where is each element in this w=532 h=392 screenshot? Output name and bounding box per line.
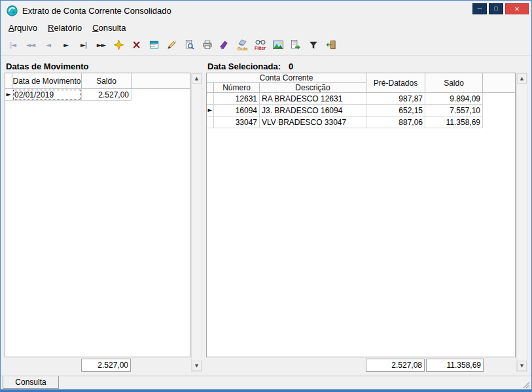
cell-saldo[interactable]: 7.557,10 — [425, 105, 483, 116]
cell-filler — [132, 89, 190, 101]
cell-numero[interactable]: 12631 — [214, 93, 260, 105]
cell-numero[interactable]: 33047 — [214, 116, 260, 128]
execute-search-button[interactable] — [163, 35, 181, 55]
printer-icon — [202, 40, 213, 50]
pen-icon — [167, 40, 177, 50]
cell-saldo[interactable]: 9.894,09 — [425, 93, 483, 105]
toolbar: |◄ ◄◄ ◄ ► ►| ►► × Guia — [1, 35, 531, 56]
purple-brush-icon — [220, 40, 230, 50]
insert-record-icon — [114, 40, 124, 50]
scroll-up-button[interactable]: ▲ — [192, 73, 202, 84]
column-header-descricao[interactable]: Descrição — [260, 83, 366, 93]
column-header-filler — [483, 73, 515, 93]
next-page-button[interactable]: ►► — [92, 35, 110, 55]
main-area: Datas de Movimento Data de Movimento Sal… — [1, 56, 531, 376]
cell-numero[interactable]: 16094 — [214, 105, 260, 116]
status-bar: Consulta — [1, 376, 531, 389]
preview-magnifier-icon — [185, 40, 194, 50]
footer-total-saldo: 11.358,69 — [426, 359, 484, 372]
export-button[interactable] — [287, 35, 304, 55]
clear-button[interactable] — [216, 35, 234, 55]
cell-data-movimento[interactable]: 02/01/2019 — [12, 89, 82, 101]
edit-record-button[interactable] — [145, 35, 163, 55]
table-row[interactable]: ► 02/01/2019 2.527,00 — [5, 89, 190, 101]
right-vertical-scrollbar[interactable]: ▲ ▼ — [516, 73, 527, 372]
insert-record-button[interactable] — [110, 35, 128, 55]
table-row[interactable]: 12631 RA BRADESCO 12631 987,87 9.894,09 — [207, 93, 515, 105]
cell-pre-datados[interactable]: 887,06 — [366, 116, 425, 128]
maximize-button[interactable]: □ — [489, 3, 503, 14]
footer-total-pre-datados: 2.527,08 — [366, 359, 425, 372]
cell-descricao[interactable]: RA BRADESCO 12631 — [260, 93, 366, 105]
cell-saldo[interactable]: 2.527,00 — [82, 89, 132, 101]
tab-consulta[interactable]: Consulta — [3, 376, 59, 389]
minimize-button[interactable]: ─ — [472, 3, 487, 14]
grid-empty-area — [207, 128, 515, 357]
edit-record-icon — [149, 40, 159, 50]
scroll-down-button[interactable]: ▼ — [517, 361, 527, 371]
left-vertical-scrollbar[interactable]: ▲ ▼ — [191, 73, 202, 372]
right-panel: Data Selecionada: 0 Conta Corrente Númer… — [206, 60, 527, 372]
prior-record-button[interactable]: ◄ — [39, 35, 57, 55]
column-header-saldo[interactable]: Saldo — [425, 73, 483, 93]
export-doc-icon — [291, 40, 300, 50]
window-controls: ─ □ × — [472, 3, 529, 14]
picture-icon — [273, 41, 283, 49]
cell-descricao[interactable]: VLV BRADESCO 33047 — [260, 116, 366, 128]
menu-arquivo[interactable]: Arquivo — [3, 22, 43, 34]
row-indicator-cell — [207, 93, 214, 105]
column-header-numero[interactable]: Número — [214, 83, 260, 93]
filter-glasses-button[interactable]: Filter — [251, 35, 269, 55]
cell-saldo[interactable]: 11.358,69 — [425, 116, 483, 128]
close-button[interactable]: × — [505, 3, 529, 14]
menu-relatorio-rest: elatório — [54, 23, 82, 33]
scroll-up-button[interactable]: ▲ — [517, 73, 527, 84]
last-record-button[interactable]: ►| — [75, 35, 92, 55]
picture-button[interactable] — [269, 35, 287, 55]
scroll-down-button[interactable]: ▼ — [192, 361, 202, 371]
guia-caption: Guia — [238, 46, 248, 51]
first-record-button[interactable]: |◄ — [4, 35, 22, 55]
exit-button[interactable] — [322, 35, 340, 55]
group-header-conta-corrente: Conta Corrente — [207, 73, 366, 83]
cell-pre-datados[interactable]: 987,87 — [366, 93, 425, 105]
row-indicator-cell: ► — [207, 105, 214, 116]
table-row[interactable]: ► 16094 J3. BRADESCO 16094 652,15 7.557,… — [207, 105, 515, 116]
column-header-pre-datados[interactable]: Pré-Datados — [366, 73, 425, 93]
indicator-column-header — [5, 73, 12, 89]
scroll-track[interactable] — [517, 84, 527, 361]
menu-consulta-rest: onsulta — [99, 23, 126, 33]
scroll-track[interactable] — [192, 84, 202, 361]
grid-empty-area — [5, 101, 190, 357]
next-record-button[interactable]: ► — [57, 35, 75, 55]
cell-descricao[interactable]: J3. BRADESCO 16094 — [260, 105, 366, 116]
menu-relatorio[interactable]: Relatório — [43, 22, 87, 34]
menu-arquivo-accel: A — [9, 23, 14, 33]
filter-funnel-button[interactable] — [304, 35, 322, 55]
prior-page-button[interactable]: ◄◄ — [22, 35, 39, 55]
delete-record-button[interactable]: × — [128, 35, 145, 55]
print-button[interactable] — [198, 35, 216, 55]
prior-page-icon: ◄◄ — [26, 42, 35, 48]
left-grid-footer: 2.527,00 — [5, 359, 190, 372]
table-row[interactable]: 33047 VLV BRADESCO 33047 887,06 11.358,6… — [207, 116, 515, 128]
selected-date-count: 0 — [289, 62, 293, 71]
resize-grip-icon[interactable] — [523, 382, 530, 389]
left-panel-title: Datas de Movimento — [5, 60, 202, 73]
filter-caption: Filter — [255, 46, 266, 50]
glasses-icon — [255, 39, 266, 45]
next-page-icon: ►► — [97, 42, 105, 48]
print-preview-button[interactable] — [181, 35, 198, 55]
cell-pre-datados[interactable]: 652,15 — [366, 105, 425, 116]
delete-record-icon: × — [132, 39, 141, 50]
accounts-grid: Conta Corrente Número Descrição Pré-Data… — [206, 73, 516, 357]
funnel-icon — [309, 41, 318, 50]
cell-filler — [483, 105, 515, 116]
menu-arquivo-rest: rquivo — [14, 23, 37, 33]
guia-button[interactable]: Guia — [234, 35, 251, 55]
column-header-data-de-movimento[interactable]: Data de Movimento — [12, 73, 82, 89]
column-header-saldo[interactable]: Saldo — [82, 73, 132, 89]
row-indicator-cell: ► — [5, 89, 12, 101]
menu-consulta[interactable]: Consulta — [87, 22, 131, 34]
exit-door-icon — [326, 40, 336, 50]
